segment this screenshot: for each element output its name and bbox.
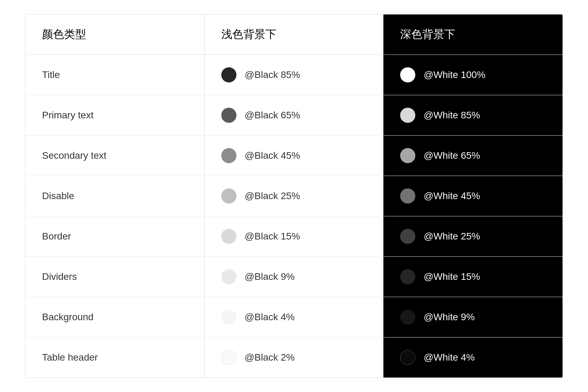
dark-color-cell: @White 45% xyxy=(384,176,562,216)
col-header-dark-label: 深色背景下 xyxy=(400,28,455,40)
dark-color-cell: @White 15% xyxy=(384,257,562,297)
dark-color-cell: @White 4% xyxy=(384,337,562,378)
light-color-cell: @Black 25% xyxy=(204,176,383,216)
col-header-type: 颜色类型 xyxy=(26,14,204,55)
table-row: Title xyxy=(26,55,204,95)
dark-color-cell: @White 65% xyxy=(384,136,562,176)
table-row: Primary text xyxy=(26,95,204,136)
light-color-cell: @Black 85% xyxy=(204,55,383,95)
table-row: Border xyxy=(26,216,204,257)
col-header-dark: 深色背景下 xyxy=(384,14,562,55)
table-row: Background xyxy=(26,297,204,337)
table-row: Table header xyxy=(26,337,204,378)
table-row: Secondary text xyxy=(26,136,204,176)
col-header-type-label: 颜色类型 xyxy=(42,28,86,40)
light-color-cell: @Black 2% xyxy=(204,337,383,378)
main-table: 颜色类型 浅色背景下 深色背景下 Title@Black 85%@White 1… xyxy=(26,14,562,378)
dark-color-cell: @White 9% xyxy=(384,297,562,337)
col-header-light: 浅色背景下 xyxy=(204,14,383,55)
table-row: Dividers xyxy=(26,257,204,297)
dark-color-cell: @White 25% xyxy=(384,216,562,257)
light-color-cell: @Black 15% xyxy=(204,216,383,257)
light-color-cell: @Black 45% xyxy=(204,136,383,176)
color-table: 颜色类型 浅色背景下 深色背景下 Title@Black 85%@White 1… xyxy=(25,14,563,378)
light-color-cell: @Black 4% xyxy=(204,297,383,337)
light-color-cell: @Black 9% xyxy=(204,257,383,297)
col-header-light-label: 浅色背景下 xyxy=(221,28,276,40)
dark-color-cell: @White 100% xyxy=(384,55,562,95)
light-color-cell: @Black 65% xyxy=(204,95,383,136)
table-row: Disable xyxy=(26,176,204,216)
dark-color-cell: @White 85% xyxy=(384,95,562,136)
